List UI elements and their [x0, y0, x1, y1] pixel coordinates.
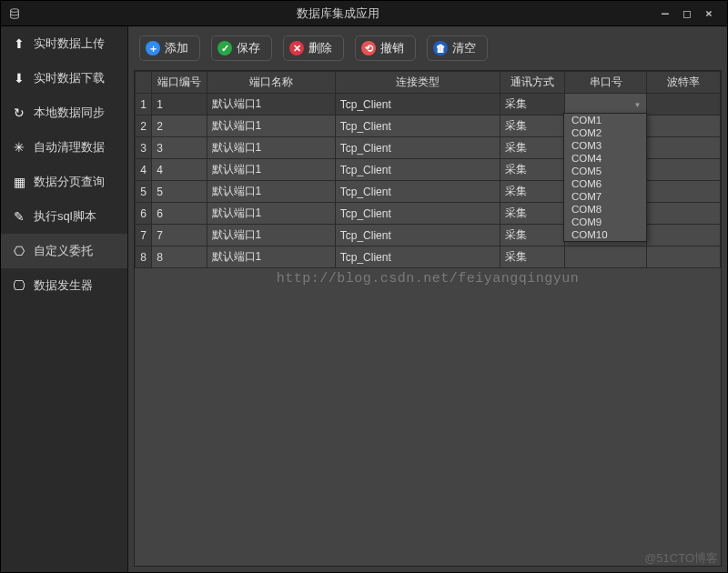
table-cell[interactable]: 8 [152, 246, 207, 268]
dropdown-option[interactable]: COM2 [564, 126, 646, 139]
table-cell[interactable]: Tcp_Client [335, 181, 500, 203]
table-cell[interactable]: 采集 [500, 225, 565, 246]
col-header[interactable]: 串口号 [564, 72, 647, 94]
sidebar-item-delegate[interactable]: ⎔ 自定义委托 [1, 234, 127, 268]
monitor-icon: 🖵 [12, 278, 26, 293]
table-cell[interactable]: 3 [152, 137, 207, 159]
close-button[interactable]: × [698, 5, 720, 23]
table-cell[interactable]: Tcp_Client [335, 225, 500, 246]
dropdown-option[interactable]: COM5 [564, 165, 646, 177]
table-cell[interactable] [647, 203, 721, 225]
table-cell[interactable]: 默认端口1 [207, 246, 335, 268]
clear-button[interactable]: 🗑 清空 [427, 35, 488, 61]
col-header[interactable]: 通讯方式 [500, 72, 565, 94]
sidebar-item-generator[interactable]: 🖵 数据发生器 [1, 268, 127, 303]
table-cell[interactable]: 7 [152, 225, 207, 246]
app-icon [8, 7, 21, 20]
table-cell[interactable] [647, 181, 721, 203]
content-area: ＋ 添加 ✓ 保存 ✕ 删除 ⟲ 撤销 🗑 清空 [128, 26, 727, 572]
table-cell[interactable] [564, 246, 647, 268]
table-cell[interactable]: Tcp_Client [335, 116, 500, 137]
table-cell[interactable]: 采集 [500, 159, 565, 181]
minimize-button[interactable]: – [654, 5, 676, 23]
table-cell[interactable]: 采集 [500, 137, 565, 159]
plus-icon: ＋ [146, 41, 160, 55]
table-row[interactable]: 11默认端口1Tcp_Client采集▼ [136, 94, 721, 116]
dropdown-option[interactable]: COM6 [564, 177, 646, 190]
col-header[interactable]: 波特率 [647, 72, 721, 94]
table-cell[interactable]: Tcp_Client [335, 246, 500, 268]
sidebar-item-sql[interactable]: ✎ 执行sql脚本 [1, 199, 127, 234]
table-cell[interactable] [647, 159, 721, 181]
table-cell[interactable]: 2 [152, 116, 207, 137]
table-cell[interactable]: 5 [152, 181, 207, 203]
delete-button[interactable]: ✕ 删除 [283, 35, 344, 61]
col-header[interactable]: 端口编号 [152, 72, 207, 94]
table-cell[interactable]: 采集 [500, 94, 565, 116]
button-label: 清空 [452, 40, 476, 56]
sidebar-item-label: 自定义委托 [34, 243, 93, 259]
sidebar-item-clean[interactable]: ✳ 自动清理数据 [1, 130, 127, 165]
table-cell[interactable]: 默认端口1 [207, 137, 335, 159]
table-cell[interactable]: 默认端口1 [207, 159, 335, 181]
add-button[interactable]: ＋ 添加 [139, 35, 200, 61]
table-cell[interactable]: 默认端口1 [207, 94, 335, 116]
sidebar-item-label: 执行sql脚本 [34, 208, 96, 225]
sidebar-item-label: 实时数据下载 [34, 70, 105, 86]
table-cell[interactable]: 采集 [500, 246, 565, 268]
col-header[interactable]: 连接类型 [335, 72, 500, 94]
titlebar: 数据库集成应用 – □ × [1, 1, 727, 26]
table-cell[interactable]: 默认端口1 [207, 203, 335, 225]
save-button[interactable]: ✓ 保存 [211, 35, 272, 61]
table-row[interactable]: 88默认端口1Tcp_Client采集 [136, 246, 721, 268]
com-combo-cell[interactable]: ▼ [564, 94, 647, 116]
sidebar-item-upload[interactable]: ⬆ 实时数据上传 [1, 26, 127, 61]
sidebar-item-query[interactable]: ▦ 数据分页查询 [1, 165, 127, 199]
table-cell[interactable]: Tcp_Client [335, 159, 500, 181]
maximize-button[interactable]: □ [676, 5, 698, 23]
table-cell[interactable]: 1 [152, 94, 207, 116]
dropdown-option[interactable]: COM1 [564, 114, 646, 126]
row-header: 1 [136, 94, 152, 116]
table-cell[interactable] [647, 225, 721, 246]
row-header: 8 [136, 246, 152, 268]
button-label: 撤销 [380, 40, 404, 56]
undo-button[interactable]: ⟲ 撤销 [355, 35, 416, 61]
sidebar-item-download[interactable]: ⬇ 实时数据下载 [1, 61, 127, 96]
table-cell[interactable] [647, 116, 721, 137]
sync-icon: ↻ [12, 106, 26, 120]
table-cell[interactable]: 默认端口1 [207, 116, 335, 137]
corner-header [136, 72, 152, 94]
table-cell[interactable]: 采集 [500, 116, 565, 137]
table-cell[interactable]: 采集 [500, 203, 565, 225]
row-header: 2 [136, 116, 152, 137]
table-cell[interactable] [647, 137, 721, 159]
table-cell[interactable]: Tcp_Client [335, 137, 500, 159]
table-cell[interactable]: Tcp_Client [335, 203, 500, 225]
row-header: 4 [136, 159, 152, 181]
sidebar-item-sync[interactable]: ↻ 本地数据同步 [1, 96, 127, 130]
sidebar-item-label: 实时数据上传 [34, 35, 105, 52]
dropdown-option[interactable]: COM9 [564, 216, 646, 228]
table-cell[interactable]: 采集 [500, 181, 565, 203]
table-cell[interactable]: 4 [152, 159, 207, 181]
row-header: 3 [136, 137, 152, 159]
dropdown-option[interactable]: COM8 [564, 203, 646, 216]
table-cell[interactable] [647, 94, 721, 116]
dropdown-option[interactable]: COM10 [564, 228, 646, 241]
upload-icon: ⬆ [12, 36, 26, 51]
table-cell[interactable]: 默认端口1 [207, 181, 335, 203]
dropdown-option[interactable]: COM3 [564, 139, 646, 152]
sidebar-item-label: 自动清理数据 [34, 139, 105, 156]
dropdown-option[interactable]: COM4 [564, 152, 646, 165]
button-label: 删除 [308, 40, 332, 56]
com-dropdown[interactable]: COM1COM2COM3COM4COM5COM6COM7COM8COM9COM1… [563, 113, 647, 242]
col-header[interactable]: 端口名称 [207, 72, 335, 94]
table-cell[interactable]: 默认端口1 [207, 225, 335, 246]
row-header: 6 [136, 203, 152, 225]
table-cell[interactable] [647, 246, 721, 268]
table-cell[interactable]: 6 [152, 203, 207, 225]
table-cell[interactable]: Tcp_Client [335, 94, 500, 116]
dropdown-option[interactable]: COM7 [564, 190, 646, 203]
script-icon: ✎ [12, 209, 26, 224]
